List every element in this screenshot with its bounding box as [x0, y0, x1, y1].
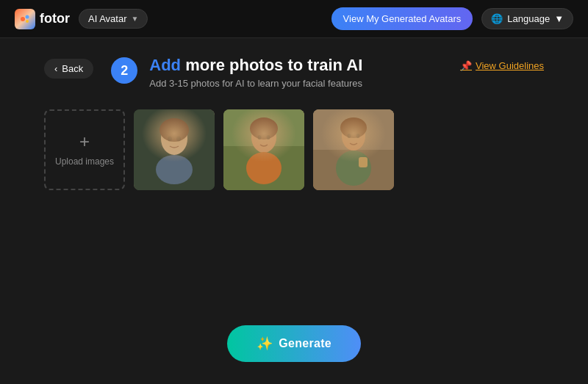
svg-point-22 [348, 134, 351, 138]
photo-face-1 [134, 109, 215, 190]
header-left: fotor AI Avatar ▼ [15, 9, 148, 29]
photo-face-3 [313, 109, 394, 190]
view-guidelines-link[interactable]: 📌 View Guidelines [460, 60, 544, 71]
svg-point-18 [342, 121, 365, 151]
back-button[interactable]: ‹ Back [44, 59, 93, 79]
step-number: 2 [111, 57, 137, 84]
title-rest: more photos to train AI [181, 56, 362, 74]
ai-avatar-label: AI Avatar [88, 13, 127, 24]
svg-point-19 [340, 117, 367, 138]
view-avatars-button[interactable]: View My Generated Avatars [331, 7, 473, 30]
svg-point-11 [251, 122, 276, 153]
logo-icon [15, 9, 35, 29]
svg-point-12 [250, 117, 278, 140]
svg-point-6 [156, 155, 193, 184]
svg-rect-9 [223, 109, 304, 190]
step-text: Add more photos to train AI Add 3-15 pho… [149, 56, 362, 89]
upload-label: Upload images [55, 156, 114, 167]
language-button[interactable]: 🌐 Language ▼ [481, 8, 573, 29]
main-content: ‹ Back 2 Add more photos to train AI Add… [0, 38, 588, 208]
svg-point-8 [176, 137, 181, 142]
svg-point-4 [161, 123, 187, 155]
svg-rect-16 [313, 109, 394, 190]
page-subtitle: Add 3-15 photos for AI to learn your fac… [149, 78, 362, 89]
svg-point-13 [246, 152, 282, 184]
svg-point-1 [26, 15, 29, 18]
svg-point-15 [267, 135, 270, 140]
svg-point-20 [336, 151, 371, 186]
header: fotor AI Avatar ▼ View My Generated Avat… [0, 0, 588, 38]
svg-point-0 [21, 17, 25, 21]
svg-point-14 [258, 135, 262, 140]
svg-point-2 [26, 20, 29, 23]
photo-thumbnail-1 [134, 109, 215, 190]
image-grid: + Upload images [44, 109, 544, 190]
chevron-left-icon: ‹ [54, 63, 57, 74]
svg-rect-21 [359, 157, 368, 167]
top-bar: ‹ Back 2 Add more photos to train AI Add… [44, 56, 544, 89]
chevron-down-icon: ▼ [132, 15, 139, 23]
chevron-down-icon: ▼ [554, 13, 564, 24]
page-title: Add more photos to train AI [149, 56, 362, 75]
upload-box[interactable]: + Upload images [44, 109, 125, 190]
svg-point-5 [159, 118, 189, 142]
globe-icon: 🌐 [491, 13, 503, 24]
plus-icon: + [79, 133, 90, 151]
ai-avatar-button[interactable]: AI Avatar ▼ [79, 9, 148, 29]
back-label: Back [62, 63, 83, 74]
pin-icon: 📌 [460, 60, 472, 71]
sparkle-icon: ✨ [257, 336, 273, 352]
step-content: 2 Add more photos to train AI Add 3-15 p… [111, 56, 460, 89]
generate-label: Generate [279, 337, 331, 350]
generate-section: ✨ Generate [0, 325, 588, 362]
svg-rect-10 [223, 146, 304, 190]
language-label: Language [507, 13, 550, 24]
photo-face-2 [223, 109, 304, 190]
logo: fotor [15, 9, 70, 29]
svg-rect-3 [134, 109, 215, 190]
photo-thumbnail-2 [223, 109, 304, 190]
svg-point-7 [168, 137, 172, 142]
svg-point-23 [356, 134, 360, 138]
guidelines-label: View Guidelines [476, 60, 544, 71]
logo-text: fotor [40, 11, 70, 26]
photo-thumbnail-3 [313, 109, 394, 190]
header-right: View My Generated Avatars 🌐 Language ▼ [331, 7, 573, 30]
generate-button[interactable]: ✨ Generate [227, 325, 361, 362]
svg-rect-17 [313, 150, 394, 190]
title-colored: Add [149, 56, 181, 74]
